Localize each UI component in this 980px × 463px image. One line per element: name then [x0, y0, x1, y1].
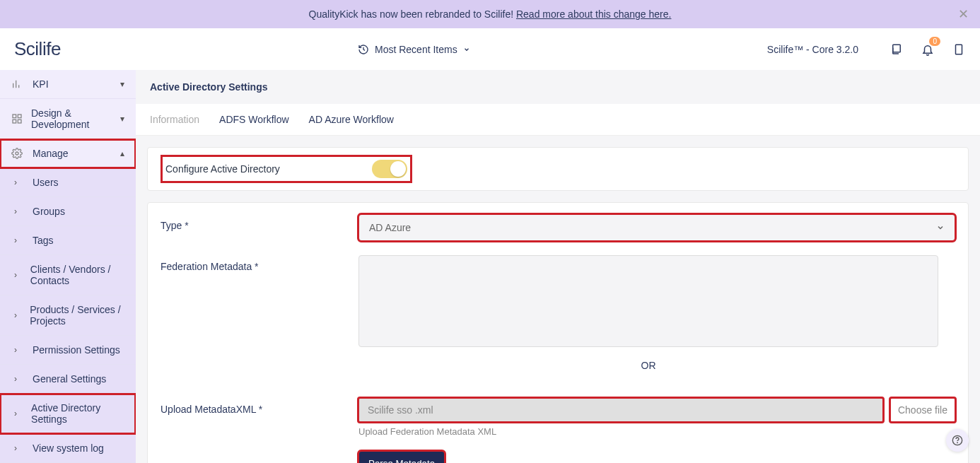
sidebar: KPI ▾ Design & Development ▾ Manage ▴ ›U… [0, 70, 136, 463]
bell-icon[interactable]: 0 [921, 42, 935, 57]
recent-label: Most Recent Items [375, 44, 457, 55]
upload-label: Upload MetadataXML * [161, 398, 358, 415]
tab-information[interactable]: Information [150, 104, 199, 135]
tab-adfs[interactable]: ADFS Workflow [219, 104, 289, 135]
sidebar-item-design[interactable]: Design & Development ▾ [0, 99, 136, 139]
type-label: Type * [161, 214, 358, 231]
sidebar-item-syslog[interactable]: ›View system log [0, 434, 136, 463]
sidebar-item-label: Groups [33, 206, 65, 217]
chevron-right-icon: › [14, 206, 24, 216]
book-icon[interactable] [952, 42, 966, 57]
type-select[interactable]: AD Azure [358, 214, 955, 241]
chevron-right-icon: › [14, 310, 21, 320]
svg-rect-9 [18, 119, 21, 123]
type-value: AD Azure [369, 222, 411, 233]
sidebar-item-ad-settings[interactable]: ›Active Directory Settings [0, 394, 136, 434]
chevron-right-icon: › [14, 177, 24, 187]
chevron-up-icon: ▴ [120, 148, 124, 158]
chevron-down-icon [936, 223, 945, 232]
chevron-right-icon: › [14, 443, 24, 453]
configure-ad-label: Configure Active Directory [165, 163, 280, 175]
sidebar-item-label: Design & Development [31, 107, 112, 130]
svg-point-12 [957, 443, 958, 443]
svg-rect-0 [893, 45, 901, 52]
banner-text: QualityKick has now been rebranded to Sc… [309, 8, 516, 20]
help-button[interactable] [946, 429, 969, 452]
sidebar-item-label: General Settings [33, 373, 106, 385]
sidebar-item-label: Manage [33, 148, 69, 159]
recent-items-dropdown[interactable]: Most Recent Items [61, 44, 767, 55]
sidebar-item-label: Products / Services / Projects [30, 304, 124, 327]
help-icon [952, 435, 963, 446]
chevron-right-icon: › [14, 235, 24, 245]
sidebar-item-permission[interactable]: ›Permission Settings [0, 336, 136, 365]
sidebar-item-tags[interactable]: ›Tags [0, 226, 136, 255]
fed-metadata-textarea[interactable] [358, 255, 938, 347]
svg-point-10 [16, 152, 18, 155]
svg-rect-1 [956, 45, 962, 54]
sidebar-item-manage[interactable]: Manage ▴ [0, 139, 136, 168]
sidebar-item-label: Clients / Vendors / Contacts [30, 264, 124, 286]
chevron-down-icon: ▾ [120, 79, 124, 89]
sidebar-item-products[interactable]: ›Products / Services / Projects [0, 295, 136, 336]
sidebar-item-kpi[interactable]: KPI ▾ [0, 70, 136, 99]
sidebar-item-label: View system log [33, 443, 104, 454]
file-name-input[interactable]: Scilife sso .xml [358, 398, 883, 422]
upload-hint: Upload Federation Metadata XML [358, 426, 955, 437]
or-divider: OR [358, 360, 938, 371]
topbar: Scilife Most Recent Items Scilife™ - Cor… [0, 28, 980, 70]
page-title: Active Directory Settings [136, 70, 980, 104]
fed-metadata-label: Federation Metadata * [161, 255, 358, 272]
sidebar-item-label: Active Directory Settings [31, 402, 124, 425]
chevron-right-icon: › [14, 374, 24, 384]
sidebar-item-users[interactable]: ›Users [0, 168, 136, 197]
chart-icon [11, 78, 24, 90]
chevron-down-icon [463, 46, 470, 53]
configure-ad-toggle[interactable] [372, 160, 407, 178]
grid-icon [11, 113, 23, 124]
main-content: Active Directory Settings Information AD… [136, 70, 980, 463]
banner-link[interactable]: Read more about this change here. [516, 8, 671, 20]
sidebar-item-general[interactable]: ›General Settings [0, 365, 136, 394]
history-icon [358, 44, 369, 55]
chevron-right-icon: › [14, 270, 22, 280]
notification-badge: 0 [929, 37, 940, 46]
svg-rect-7 [18, 115, 21, 118]
chevron-down-icon: ▾ [120, 114, 124, 124]
svg-rect-8 [13, 119, 16, 123]
version-label: Scilife™ - Core 3.2.0 [767, 44, 858, 55]
gear-icon [11, 148, 24, 159]
choose-file-button[interactable]: Choose file [890, 398, 955, 422]
rebrand-banner: QualityKick has now been rebranded to Sc… [0, 0, 980, 28]
sidebar-item-groups[interactable]: ›Groups [0, 197, 136, 226]
app-logo: Scilife [14, 38, 61, 60]
svg-rect-6 [13, 115, 16, 118]
sidebar-item-label: Users [33, 177, 59, 188]
chevron-right-icon: › [14, 345, 24, 355]
configure-ad-highlight: Configure Active Directory [161, 155, 412, 183]
sidebar-item-label: Permission Settings [33, 344, 120, 356]
chevron-right-icon: › [14, 409, 23, 418]
tabs: Information ADFS Workflow AD Azure Workf… [136, 104, 980, 136]
sidebar-item-label: Tags [33, 235, 54, 246]
sidebar-item-clients[interactable]: ›Clients / Vendors / Contacts [0, 255, 136, 295]
windows-icon[interactable] [889, 42, 904, 57]
sidebar-item-label: KPI [33, 78, 49, 90]
close-icon[interactable]: ✕ [958, 6, 969, 22]
tab-azure[interactable]: AD Azure Workflow [309, 104, 394, 135]
parse-metadata-button[interactable]: Parse Metadata [358, 451, 445, 463]
